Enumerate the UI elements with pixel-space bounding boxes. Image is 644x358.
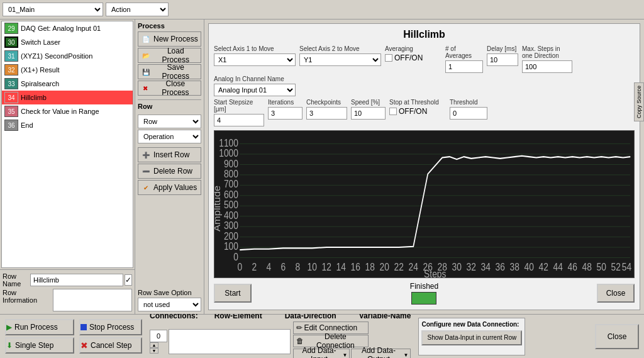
delete-connection-icon: 🗑 (296, 337, 304, 345)
item-num: 30 (4, 36, 18, 48)
close-process-icon: ✖ (141, 83, 150, 93)
svg-rect-0 (214, 131, 634, 277)
close-bottom-button[interactable]: Close (595, 324, 639, 349)
svg-text:50: 50 (597, 261, 606, 272)
svg-text:42: 42 (539, 261, 548, 272)
play-icon: ▶ (6, 323, 12, 332)
speed-label: Speed [%] (351, 99, 386, 106)
finished-label: Finished (410, 282, 438, 291)
start-stepsize-input[interactable] (214, 114, 264, 126)
list-item[interactable]: 32 (X1+) Result (2, 63, 133, 77)
count-up-button[interactable]: ▲ (150, 342, 158, 348)
svg-text:4: 4 (266, 261, 271, 272)
list-item[interactable]: 31 (XYZ1) SecondPosition (2, 49, 133, 63)
max-steps-input[interactable] (522, 60, 572, 73)
row-save-label: Row Save Option (138, 289, 201, 296)
axis2-label: Select Axis 2 to Move (299, 45, 381, 52)
list-item[interactable]: 33 Spiralsearch (2, 77, 133, 91)
svg-text:38: 38 (510, 261, 519, 272)
stop-process-button[interactable]: Stop Process (79, 319, 142, 335)
svg-text:52: 52 (611, 261, 621, 272)
hillclimb-panel: Hillclimb Select Axis 1 to Move X1 Selec… (208, 23, 640, 310)
row-name-label: Row Name (3, 272, 30, 288)
new-process-icon: 📄 (141, 34, 151, 44)
add-data-output-button[interactable]: Add Data-Output ▼ (351, 349, 411, 358)
show-data-input-button[interactable]: Show Data-Input in current Row (421, 330, 522, 345)
list-item[interactable]: 36 End (2, 118, 133, 132)
delay-label: Delay [ms] (487, 45, 518, 52)
list-item[interactable]: 35 Check for Value in Range (2, 104, 133, 118)
operation-dropdown[interactable]: Operation (138, 130, 201, 143)
delete-row-button[interactable]: ➖ Delete Row (138, 164, 201, 179)
action-dropdown[interactable]: Action (106, 3, 169, 16)
list-item[interactable]: 30 Switch Laser (2, 35, 133, 49)
finished-green-indicator (411, 292, 436, 305)
checkpoints-input[interactable] (306, 107, 347, 120)
svg-text:30: 30 (452, 261, 462, 272)
averaging-checkbox[interactable] (385, 54, 392, 62)
svg-text:0: 0 (237, 261, 242, 272)
row-dropdown[interactable]: Row (138, 115, 201, 128)
finished-indicator: Finished (410, 282, 438, 305)
stop-at-threshold-label: Stop at Threshold (389, 99, 446, 106)
close-process-button[interactable]: ✖ Close Process (138, 81, 201, 96)
item-num: 34 (4, 92, 18, 103)
svg-text:2: 2 (252, 261, 257, 272)
load-process-button[interactable]: 📂 Load Process (138, 48, 201, 63)
process-list: 29 DAQ Get: Analog Input 01 30 Switch La… (1, 21, 133, 268)
axis2-select[interactable]: Y1 (299, 53, 381, 66)
row-save-dropdown[interactable]: not used (138, 298, 201, 311)
iterations-input[interactable] (268, 107, 303, 120)
edit-connection-icon: ✏ (296, 323, 303, 332)
connection-count-input[interactable] (150, 330, 167, 342)
process-buttons: ▶ Run Process ⬇ Single Step (5, 319, 74, 354)
start-button[interactable]: Start (214, 284, 252, 303)
item-label: Switch Laser (21, 38, 130, 46)
insert-row-button[interactable]: ➕ Insert Row (138, 147, 201, 162)
num-averages-input[interactable] (445, 60, 483, 73)
row-info-textarea[interactable] (53, 289, 132, 311)
copy-source-tab[interactable]: Copy Source (634, 82, 644, 121)
chart-area: 1100 1000 900 800 700 600 500 400 300 20… (214, 130, 635, 278)
chart-svg: 1100 1000 900 800 700 600 500 400 300 20… (214, 131, 634, 277)
svg-text:10: 10 (308, 261, 317, 272)
run-process-button[interactable]: ▶ Run Process (5, 319, 74, 335)
new-process-button[interactable]: 📄 New Process (138, 31, 201, 47)
row-name-input[interactable] (30, 274, 123, 286)
connections-list (169, 329, 291, 354)
stop-cancel-buttons: Stop Process ✖ Cancel Step (79, 319, 142, 354)
list-item[interactable]: 29 DAQ Get: Analog Input 01 (2, 21, 133, 35)
hillclimb-close-button[interactable]: Close (597, 284, 635, 303)
delay-input[interactable] (487, 53, 518, 66)
svg-text:12: 12 (322, 261, 331, 272)
add-input-arrow-icon: ▼ (343, 352, 348, 358)
add-data-input-button[interactable]: Add Data-Input ▼ (293, 349, 350, 358)
stop-threshold-checkbox[interactable] (389, 108, 397, 115)
main-dropdown[interactable]: 01_Main (3, 3, 103, 16)
axis1-select[interactable]: X1 (214, 53, 296, 66)
svg-text:6: 6 (280, 261, 286, 272)
list-item-selected[interactable]: 34 Hillclimb (2, 91, 133, 104)
threshold-input[interactable] (450, 107, 487, 120)
threshold-label: Threshold (450, 99, 487, 106)
apply-values-icon: ✔ (141, 182, 151, 193)
list-item-empty (2, 166, 133, 177)
delete-connection-button[interactable]: 🗑 Delete Connection (293, 335, 369, 347)
cancel-step-button[interactable]: ✖ Cancel Step (79, 337, 142, 354)
item-label: Check for Value in Range (21, 108, 130, 115)
svg-text:24: 24 (409, 261, 418, 272)
speed-input[interactable] (351, 107, 386, 120)
save-process-button[interactable]: 💾 Save Process (138, 64, 201, 79)
item-num: 33 (4, 78, 18, 89)
svg-text:32: 32 (467, 261, 476, 272)
row-name-checkbox[interactable]: ✓ (125, 274, 132, 286)
axis1-label: Select Axis 1 to Move (214, 45, 296, 52)
analog-select[interactable]: Analog Input 01 (214, 84, 296, 96)
svg-text:54: 54 (622, 261, 631, 272)
apply-values-button[interactable]: ✔ Apply Values (138, 180, 201, 195)
list-item-empty (2, 200, 133, 211)
configure-label: Configure new Data Connection: (421, 321, 522, 328)
single-step-button[interactable]: ⬇ Single Step (5, 337, 74, 354)
analog-label: Analog In Channel Name (214, 76, 635, 82)
count-down-button[interactable]: ▼ (150, 348, 158, 354)
